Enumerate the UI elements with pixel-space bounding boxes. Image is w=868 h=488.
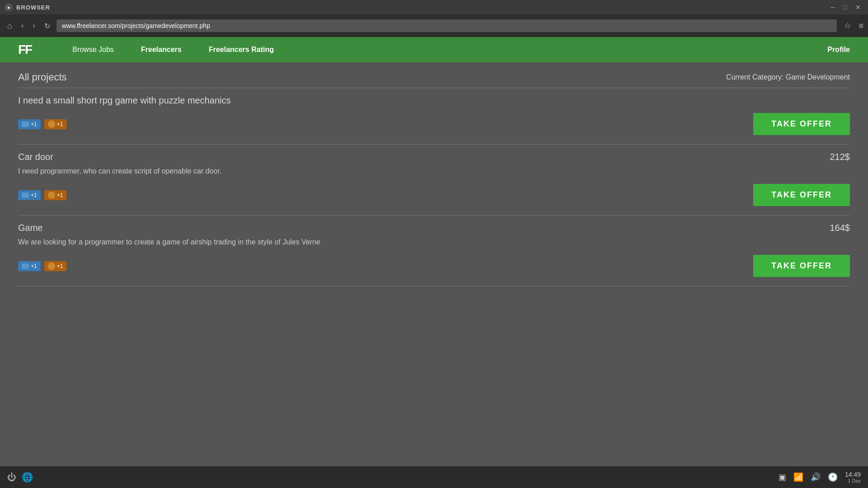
project-header: Game 164$ <box>18 223 850 233</box>
browser-icon: ● <box>5 3 13 11</box>
people-icon <box>48 121 55 128</box>
back-button[interactable]: ‹ <box>19 20 26 32</box>
project-footer: +1 +1 TAKE OFFER <box>18 184 850 206</box>
bookmark-button[interactable]: ☆ <box>844 21 851 31</box>
tag-screen: +1 <box>18 261 41 271</box>
forward-button[interactable]: › <box>30 20 38 32</box>
taskbar-time: 14:49 1 Day <box>845 471 861 483</box>
date-display: 1 Day <box>845 478 861 483</box>
tag-screen-label: +1 <box>31 263 37 269</box>
project-footer: +1 +1 TAKE OFFER <box>18 255 850 277</box>
project-description: We are looking for a programmer to creat… <box>18 237 850 248</box>
address-bar: ⌂ ‹ › ↻ ☆ ≡ <box>0 14 868 37</box>
page-title: All projects <box>18 71 67 83</box>
people-icon <box>48 192 55 199</box>
screen-icon <box>22 122 29 127</box>
page-header: All projects Current Category: Game Deve… <box>18 71 850 83</box>
tag-people-label: +1 <box>57 121 63 127</box>
project-title: Game <box>18 223 42 233</box>
taskbar-right: ▣ 📶 🔊 🕐 14:49 1 Day <box>778 471 861 483</box>
time-display: 14:49 <box>845 471 861 478</box>
project-card: Car door 212$ I need programmer, who can… <box>18 144 850 215</box>
screen-icon <box>22 192 29 198</box>
power-button[interactable]: ⏻ <box>7 472 16 483</box>
url-input[interactable] <box>57 19 837 32</box>
close-button[interactable]: ✕ <box>853 4 863 11</box>
project-card: I need a small short rpg game with puzzl… <box>18 88 850 144</box>
clock-icon: 🕐 <box>828 472 838 482</box>
tag-people: +1 <box>44 190 67 200</box>
projects-list: I need a small short rpg game with puzzl… <box>18 88 850 286</box>
screen-icon <box>22 263 29 269</box>
tag-people-label: +1 <box>57 192 63 198</box>
refresh-button[interactable]: ↻ <box>42 20 53 32</box>
sound-icon: 🔊 <box>811 472 821 482</box>
project-tags: +1 +1 <box>18 119 66 129</box>
maximize-button[interactable]: □ <box>841 4 850 11</box>
project-title: I need a small short rpg game with puzzl… <box>18 95 231 106</box>
site-logo: FF <box>18 42 32 57</box>
tag-people-label: +1 <box>57 263 63 269</box>
browse-jobs-link[interactable]: Browse Jobs <box>59 46 127 54</box>
project-card: Game 164$ We are looking for a programme… <box>18 215 850 286</box>
freelancers-link[interactable]: Freelancers <box>127 46 195 54</box>
category-label: Current Category: Game Development <box>726 73 850 81</box>
project-footer: +1 +1 TAKE OFFER <box>18 113 850 135</box>
people-icon <box>48 263 55 270</box>
display-icon: ▣ <box>778 472 786 482</box>
tag-screen-label: +1 <box>31 121 37 127</box>
take-offer-button[interactable]: TAKE OFFER <box>753 113 850 135</box>
nav-bar: FF Browse Jobs Freelancers Freelancers R… <box>0 37 868 62</box>
title-bar: ● BROWSER ─ □ ✕ <box>0 0 868 14</box>
project-price: 212$ <box>830 152 850 162</box>
project-header: I need a small short rpg game with puzzl… <box>18 95 850 106</box>
project-header: Car door 212$ <box>18 152 850 162</box>
take-offer-button[interactable]: TAKE OFFER <box>753 255 850 277</box>
project-description: I need programmer, who can create script… <box>18 166 850 177</box>
browser-menu-button[interactable]: ≡ <box>859 21 863 31</box>
window-controls: ─ □ ✕ <box>828 4 863 11</box>
wifi-icon: 📶 <box>793 472 803 482</box>
main-content: All projects Current Category: Game Deve… <box>0 62 868 466</box>
tag-screen: +1 <box>18 190 41 200</box>
project-tags: +1 +1 <box>18 261 66 271</box>
taskbar: ⏻ 🌐 ▣ 📶 🔊 🕐 14:49 1 Day <box>0 466 868 488</box>
tag-screen: +1 <box>18 119 41 129</box>
freelancers-rating-link[interactable]: Freelancers Rating <box>195 46 288 54</box>
title-bar-text: BROWSER <box>16 4 50 11</box>
take-offer-button[interactable]: TAKE OFFER <box>753 184 850 206</box>
tag-people: +1 <box>44 261 67 271</box>
project-tags: +1 +1 <box>18 190 66 200</box>
tag-people: +1 <box>44 119 67 129</box>
tag-screen-label: +1 <box>31 192 37 198</box>
minimize-button[interactable]: ─ <box>828 4 838 11</box>
project-title: Car door <box>18 152 53 162</box>
home-button[interactable]: ⌂ <box>5 19 15 33</box>
globe-icon[interactable]: 🌐 <box>22 472 33 483</box>
profile-link[interactable]: Profile <box>827 46 850 54</box>
project-price: 164$ <box>830 223 850 233</box>
